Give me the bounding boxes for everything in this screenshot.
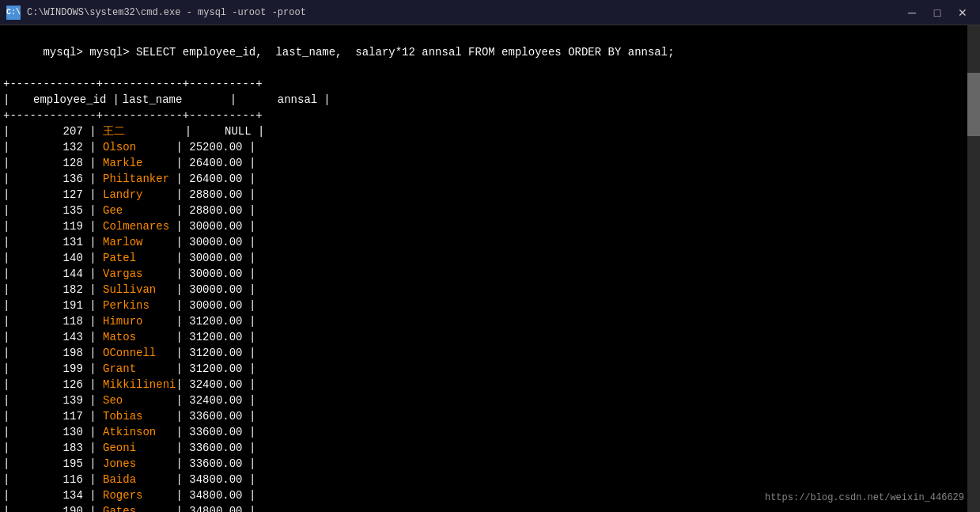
pipe: | [3, 298, 9, 313]
pipe: | [89, 282, 96, 298]
cell-name: Gee [96, 203, 176, 218]
cell-id: 140 [9, 250, 89, 266]
pipe: | [249, 155, 255, 171]
table-row: | 130 | Atkinson | 33600.00 | [3, 424, 964, 440]
pipe: | [89, 313, 96, 329]
cell-annsal: 26400.00 [183, 155, 249, 171]
cell-name: Himuro [96, 313, 176, 329]
table-row: | 117 | Tobias | 33600.00 | [3, 408, 964, 424]
table-row: | 198 | OConnell | 31200.00 | [3, 345, 964, 361]
pipe: | [89, 440, 96, 456]
cell-id: 207 [9, 123, 89, 139]
cell-name: Markle [96, 155, 176, 171]
cell-name: 王二 [96, 123, 185, 139]
cell-id: 190 [9, 503, 89, 512]
header-employee-id: employee_id [9, 92, 112, 108]
table-row: | 118 | Himuro | 31200.00 | [3, 313, 964, 329]
pipe: | [176, 234, 182, 250]
cell-name: Perkins [96, 298, 176, 313]
header-divider: +-------------+------------+----------+ [3, 108, 964, 123]
pipe: | [3, 234, 9, 250]
cell-id: 126 [9, 377, 89, 393]
cell-annsal: 30000.00 [183, 218, 249, 234]
pipe: | [176, 424, 182, 440]
cell-name: Seo [96, 393, 176, 408]
table-row: | 207 | 王二 | NULL | [3, 123, 964, 139]
cell-id: 132 [9, 139, 89, 155]
sql-command-line: mysql> mysql> SELECT employee_id, last_n… [3, 28, 964, 76]
pipe: | [249, 361, 255, 377]
cell-name: Matos [96, 329, 176, 345]
cell-id: 199 [9, 361, 89, 377]
cell-name: Landry [96, 187, 176, 203]
cell-name: Vargas [96, 266, 176, 282]
pipe: | [89, 155, 96, 171]
pipe: | [249, 234, 255, 250]
pipe: | [89, 187, 96, 203]
pipe: | [176, 345, 182, 361]
pipe: | [3, 155, 9, 171]
pipe-mid1: | [112, 92, 119, 108]
pipe-left: | [3, 92, 9, 108]
pipe: | [3, 171, 9, 187]
pipe: | [258, 123, 264, 139]
cell-annsal: 33600.00 [183, 440, 249, 456]
cell-id: 195 [9, 456, 89, 472]
table-row: | 132 | Olson | 25200.00 | [3, 139, 964, 155]
cell-id: 131 [9, 234, 89, 250]
header-annsal: annsal [236, 92, 324, 108]
close-button[interactable]: ✕ [952, 5, 974, 21]
pipe: | [89, 472, 96, 487]
cell-name: OConnell [96, 345, 176, 361]
pipe: | [176, 155, 182, 171]
pipe: | [176, 503, 182, 512]
cell-annsal: 31200.00 [183, 345, 249, 361]
pipe: | [249, 329, 255, 345]
cell-id: 117 [9, 408, 89, 424]
table-row: | 136 | Philtanker | 26400.00 | [3, 171, 964, 187]
pipe: | [176, 282, 182, 298]
pipe: | [89, 393, 96, 408]
pipe: | [249, 424, 255, 440]
scrollbar[interactable] [967, 25, 980, 512]
cell-id: 134 [9, 487, 89, 503]
pipe: | [176, 203, 182, 218]
pipe-right: | [324, 92, 330, 108]
pipe: | [3, 487, 9, 503]
pipe: | [3, 424, 9, 440]
pipe: | [89, 408, 96, 424]
table-row: | 191 | Perkins | 30000.00 | [3, 298, 964, 313]
pipe: | [176, 329, 182, 345]
pipe: | [3, 377, 9, 393]
pipe: | [3, 361, 9, 377]
pipe: | [3, 329, 9, 345]
pipe: | [249, 266, 255, 282]
cell-name: Sullivan [96, 282, 176, 298]
cell-annsal: 34800.00 [183, 487, 249, 503]
table-row: | 140 | Patel | 30000.00 | [3, 250, 964, 266]
pipe: | [249, 456, 255, 472]
window-controls[interactable]: ─ □ ✕ [901, 5, 974, 21]
pipe: | [176, 187, 182, 203]
table-header: | employee_id | last_name | annsal | [3, 92, 964, 108]
table-row: | 182 | Sullivan | 30000.00 | [3, 282, 964, 298]
cell-annsal: 30000.00 [183, 298, 249, 313]
pipe: | [249, 487, 255, 503]
cell-name: Geoni [96, 440, 176, 456]
pipe: | [249, 440, 255, 456]
pipe: | [176, 313, 182, 329]
cell-annsal: 30000.00 [183, 234, 249, 250]
pipe: | [89, 503, 96, 512]
pipe: | [3, 203, 9, 218]
title-bar-left: C:\ C:\WINDOWS\system32\cmd.exe - mysql … [6, 6, 306, 20]
pipe: | [249, 139, 255, 155]
minimize-button[interactable]: ─ [901, 5, 923, 21]
scrollbar-thumb[interactable] [967, 73, 980, 136]
cell-annsal: 32400.00 [183, 377, 249, 393]
pipe: | [89, 203, 96, 218]
pipe: | [89, 123, 96, 139]
pipe: | [176, 361, 182, 377]
pipe: | [89, 487, 96, 503]
pipe: | [249, 171, 255, 187]
maximize-button[interactable]: □ [926, 5, 948, 21]
